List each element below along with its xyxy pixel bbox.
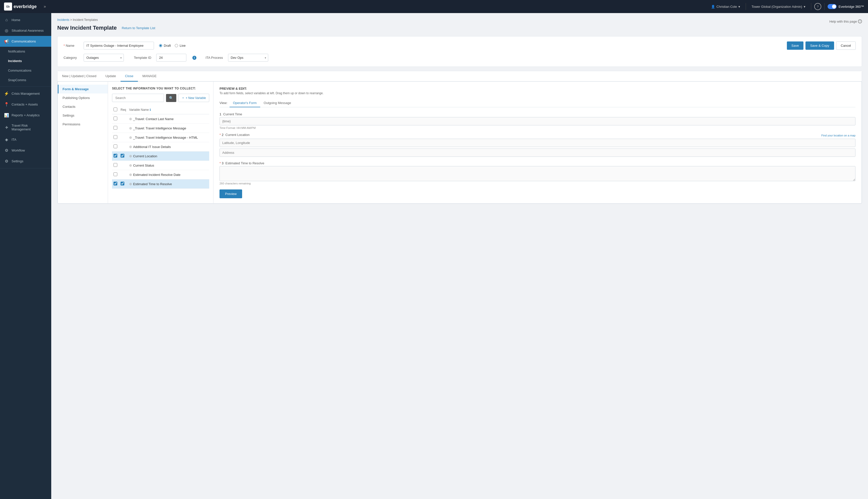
drag-icon[interactable]: ⊕: [129, 173, 133, 177]
drag-icon[interactable]: ⊕: [129, 126, 133, 130]
row-name-cell: ⊕ _Travel: Contact Last Name: [127, 114, 209, 124]
app-logo[interactable]: Eb everbridge: [4, 2, 37, 11]
sidebar-item-communications-sub[interactable]: Communications: [0, 66, 51, 75]
tab-close[interactable]: Close: [121, 71, 138, 82]
sidebar-item-label: Communications: [12, 39, 36, 43]
return-to-template-list-link[interactable]: Return to Template List: [122, 26, 155, 30]
left-nav-permissions[interactable]: Permissions: [58, 120, 108, 129]
left-nav-publishing-options[interactable]: Publishing Options: [58, 94, 108, 102]
tab-update[interactable]: Update: [101, 71, 121, 82]
template-id-input[interactable]: [156, 54, 186, 62]
help-icon[interactable]: ?: [814, 3, 821, 10]
sidebar-item-situational-awareness[interactable]: ◎ Situational Awareness: [0, 25, 51, 36]
sidebar-item-communications[interactable]: 📢 Communications: [0, 36, 51, 47]
field-title: Current Time: [223, 112, 242, 116]
row-select-checkbox[interactable]: [113, 154, 117, 158]
table-header-row: Req Variable Name ℹ: [112, 106, 209, 114]
org-menu[interactable]: Tower Global (Organization Admin) ▾: [749, 3, 808, 10]
help-with-page[interactable]: Help with this page ?: [829, 19, 862, 23]
sidebar-item-crisis-management[interactable]: ⚡ Crisis Management: [0, 88, 51, 99]
lat-lng-input[interactable]: [220, 139, 855, 147]
left-nav-contacts[interactable]: Contacts: [58, 102, 108, 111]
variable-name: Current Status: [133, 163, 154, 167]
breadcrumb-incidents[interactable]: Incidents: [57, 18, 69, 22]
expand-collapse-icon[interactable]: »: [42, 3, 48, 10]
preview-subtitle: To add form fields, select variables at …: [220, 92, 855, 95]
name-input[interactable]: [84, 42, 154, 49]
current-time-input[interactable]: [220, 117, 855, 125]
row-select-checkbox[interactable]: [113, 135, 117, 139]
select-all-checkbox[interactable]: [113, 108, 117, 111]
row-select-checkbox[interactable]: [113, 172, 117, 176]
left-nav-settings[interactable]: Settings: [58, 111, 108, 120]
view-tab-operators-form[interactable]: Operator's Form: [230, 99, 260, 107]
sidebar-item-settings[interactable]: ⚙ Settings: [0, 156, 51, 167]
field-title: Estimated Time to Resolve: [225, 161, 264, 165]
draft-label: Draft: [164, 44, 171, 48]
search-button[interactable]: 🔍: [166, 94, 176, 102]
sidebar-item-label: ITA: [12, 138, 16, 142]
situational-awareness-icon: ◎: [4, 28, 9, 33]
row-select-checkbox[interactable]: [113, 145, 117, 148]
estimated-time-textarea[interactable]: [220, 166, 855, 181]
nav-divider-1: [746, 3, 746, 10]
user-menu[interactable]: 👤 Christian Cole ▾: [708, 3, 743, 10]
sidebar-item-snapcomms[interactable]: SnapComms: [0, 75, 51, 85]
live-radio-option[interactable]: Live: [175, 44, 186, 48]
drag-icon[interactable]: ⊕: [129, 154, 133, 158]
ita-process-select[interactable]: Dev Ops Option 2 Option 3: [228, 54, 268, 62]
drag-icon[interactable]: ⊕: [129, 163, 133, 167]
row-select-checkbox[interactable]: [113, 163, 117, 167]
drag-icon[interactable]: ⊕: [129, 182, 133, 186]
template-form-card: Name Draft Live Save Save & Copy Cancel …: [57, 36, 862, 67]
preview-field-current-time: 1 Current Time Time Format: HH:MM AM/PM: [220, 112, 855, 130]
live-radio[interactable]: [175, 44, 178, 47]
everbridge-360-toggle[interactable]: [828, 4, 836, 9]
drag-icon[interactable]: ⊕: [129, 145, 133, 149]
sidebar-item-travel-risk[interactable]: ✈ Travel Risk Management: [0, 121, 51, 134]
home-icon: ⌂: [4, 17, 9, 22]
draft-radio-option[interactable]: Draft: [159, 44, 171, 48]
tab-new-updated-closed[interactable]: New | Updated | Closed: [58, 71, 101, 82]
variable-name-info-icon[interactable]: ℹ: [150, 108, 151, 112]
row-select-checkbox[interactable]: [113, 126, 117, 130]
address-input[interactable]: [220, 148, 855, 157]
view-tab-outgoing-message[interactable]: Outgoing Message: [260, 99, 295, 107]
form-category-row: Category Outages ▾ Template ID ℹ ITA Pro…: [64, 54, 856, 62]
category-select[interactable]: Outages: [84, 54, 124, 62]
communications-icon: 📢: [4, 39, 9, 44]
drag-icon[interactable]: ⊕: [129, 135, 133, 139]
draft-radio[interactable]: [159, 44, 162, 47]
save-copy-button[interactable]: Save & Copy: [805, 41, 834, 50]
search-input[interactable]: [112, 94, 164, 102]
sidebar-item-home[interactable]: ⌂ Home: [0, 15, 51, 25]
tab-manage[interactable]: MANAGE: [138, 71, 161, 82]
search-bar: 🔍 ＋ + New Variable: [112, 94, 209, 102]
travel-icon: ✈: [4, 125, 9, 130]
cancel-button[interactable]: Cancel: [836, 41, 856, 50]
preview-button[interactable]: Preview: [220, 190, 242, 198]
new-variable-label: + New Variable: [186, 96, 206, 100]
sidebar-item-ita[interactable]: ◈ ITA: [0, 134, 51, 145]
sidebar-item-notifications[interactable]: Notifications: [0, 47, 51, 56]
contacts-icon: 📍: [4, 102, 9, 107]
save-button[interactable]: Save: [787, 41, 804, 50]
template-id-info-icon[interactable]: ℹ: [193, 56, 196, 60]
variable-name: Additional IT Issue Details: [133, 145, 171, 149]
find-location-link[interactable]: Find your location on a map: [821, 134, 855, 137]
sidebar-item-workflow[interactable]: ⚙ Workflow: [0, 145, 51, 156]
row-req-cell: [119, 179, 127, 189]
row-select-checkbox[interactable]: [113, 117, 117, 120]
row-name-cell: ⊕ _Travel: Travel Intelligence Message: [127, 124, 209, 133]
new-variable-button[interactable]: ＋ + New Variable: [178, 94, 209, 102]
left-nav-form-message[interactable]: Form & Message: [58, 85, 108, 94]
sidebar-item-incidents[interactable]: Incidents: [0, 56, 51, 66]
field-label-estimated-time: 3 Estimated Time to Resolve: [220, 161, 855, 165]
req-checkbox[interactable]: [121, 182, 124, 185]
sidebar-item-contacts-assets[interactable]: 📍 Contacts + Assets: [0, 99, 51, 110]
table-row: ⊕ _Travel: Travel Intelligence Message: [112, 124, 209, 133]
drag-icon[interactable]: ⊕: [129, 117, 133, 121]
row-select-checkbox[interactable]: [113, 182, 117, 185]
sidebar-item-reports-analytics[interactable]: 📊 Reports + Analytics: [0, 110, 51, 121]
req-checkbox[interactable]: [121, 154, 124, 158]
